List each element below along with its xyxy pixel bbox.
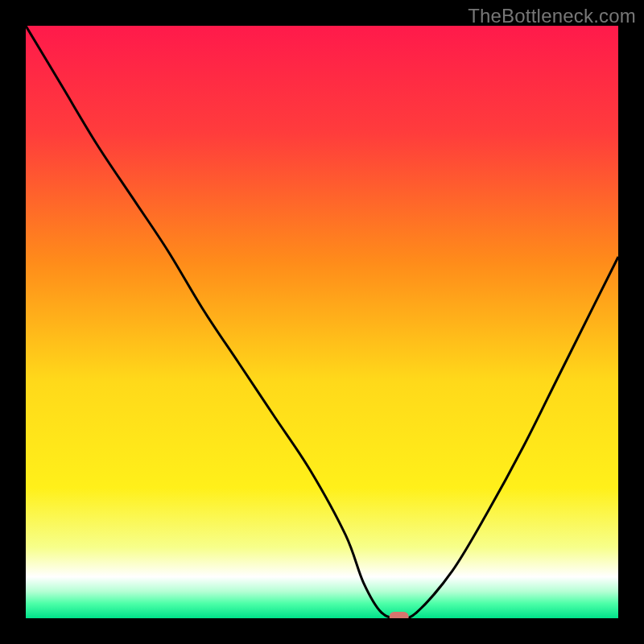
watermark-text: TheBottleneck.com xyxy=(468,5,636,27)
chart-frame: TheBottleneck.com xyxy=(0,0,644,644)
gradient-background xyxy=(26,26,618,618)
bottleneck-curve-chart xyxy=(26,26,618,618)
minimum-marker xyxy=(390,612,409,618)
plot-area xyxy=(26,26,618,618)
